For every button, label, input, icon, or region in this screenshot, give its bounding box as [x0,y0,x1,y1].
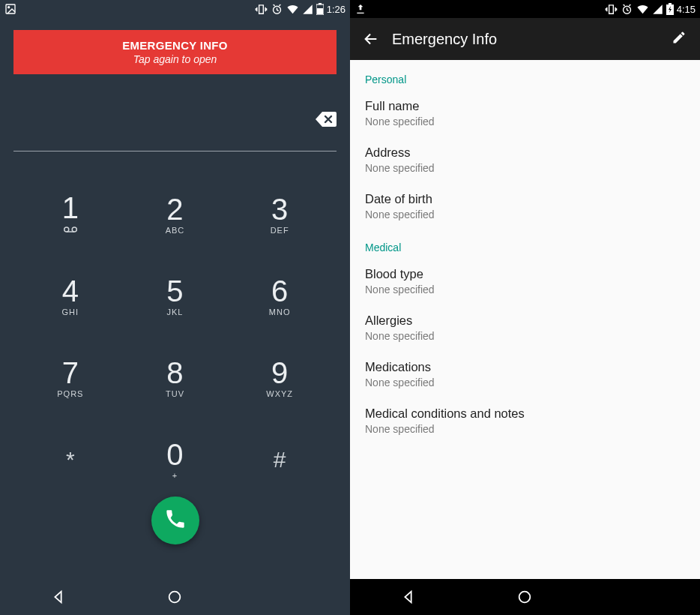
dialpad-digit: 1 [62,193,79,223]
setting-row[interactable]: AddressNone specified [350,138,700,184]
dialpad-digit: 6 [271,276,288,306]
emergency-info-screen: 4:15 Emergency Info PersonalFull nameNon… [350,0,700,615]
signal-icon [302,4,313,15]
settings-list[interactable]: PersonalFull nameNone specifiedAddressNo… [350,60,700,579]
setting-row[interactable]: Date of birthNone specified [350,184,700,231]
dialpad-digit: 7 [62,358,79,388]
svg-point-7 [72,227,76,232]
setting-row[interactable]: MedicationsNone specified [350,352,700,399]
backspace-icon[interactable] [316,112,337,127]
svg-point-8 [169,592,181,603]
navigation-bar [350,579,700,615]
dialpad-letters: JKL [167,308,184,316]
dialpad-letters: TUV [166,389,184,398]
dialpad-key-8[interactable]: 8TUV [123,340,228,415]
setting-value: None specified [365,116,685,128]
dialpad-digit: 3 [271,194,288,224]
alarm-icon [271,3,283,16]
section-header-personal: Personal [350,63,700,92]
svg-point-6 [64,227,69,232]
vibrate-icon [605,3,618,16]
banner-title: EMERGENCY INFO [13,39,337,52]
back-nav-button[interactable] [42,580,75,614]
dialpad-key-1[interactable]: 1 [18,177,123,251]
dialer-screen: 1:26 EMERGENCY INFO Tap again to open 12… [0,0,350,615]
dial-input-area [13,104,337,152]
picture-icon [4,3,16,15]
setting-label: Date of birth [365,192,685,206]
setting-value: None specified [365,284,685,296]
upload-icon [354,3,366,15]
setting-label: Allergies [365,314,685,328]
svg-rect-0 [6,4,15,14]
svg-point-1 [8,7,10,8]
dialpad-letters: MNO [269,308,291,316]
emergency-info-banner[interactable]: EMERGENCY INFO Tap again to open [13,30,337,74]
setting-value: None specified [365,208,685,220]
dialpad: 12ABC3DEF4GHI5JKL6MNO7PQRS8TUV9WXYZ*0+# [0,152,350,496]
dialpad-digit: 8 [166,358,183,388]
dialpad-key-5[interactable]: 5JKL [123,259,228,333]
clock-text: 4:15 [677,4,696,15]
dialpad-symbol: * [66,447,75,472]
signal-icon [652,4,663,15]
home-nav-button[interactable] [158,580,191,614]
setting-value: None specified [365,330,685,342]
dialpad-digit: 4 [62,276,79,306]
setting-row[interactable]: AllergiesNone specified [350,306,700,352]
setting-value: None specified [365,376,685,388]
setting-label: Address [365,146,685,160]
banner-subtitle: Tap again to open [13,53,337,65]
dialpad-letters: WXYZ [266,389,293,398]
setting-value: None specified [365,423,685,435]
dialpad-key-6[interactable]: 6MNO [227,259,332,333]
battery-icon [316,3,324,15]
dialpad-letters: ABC [166,226,185,235]
status-bar: 1:26 [0,0,350,18]
app-bar-title: Emergency Info [392,31,667,48]
dialpad-key-hash[interactable]: # [227,422,332,496]
setting-row[interactable]: Medical conditions and notesNone specifi… [350,399,700,446]
edit-button[interactable] [667,27,691,51]
dialpad-letters: GHI [62,308,79,316]
setting-label: Full name [365,99,685,113]
dialpad-letters: + [172,471,178,480]
dialpad-key-3[interactable]: 3DEF [227,177,332,251]
svg-point-13 [519,592,531,603]
dialpad-key-0[interactable]: 0+ [123,422,228,496]
setting-label: Blood type [365,267,685,281]
setting-label: Medical conditions and notes [365,406,685,421]
back-button[interactable] [359,27,383,51]
dialpad-key-4[interactable]: 4GHI [18,259,123,333]
dialpad-digit: 5 [166,276,183,306]
clock-text: 1:26 [327,4,346,15]
dialpad-digit: 9 [271,358,288,388]
svg-rect-5 [317,8,323,14]
app-bar: Emergency Info [350,18,700,60]
setting-label: Medications [365,360,685,374]
vibrate-icon [255,3,268,16]
status-bar: 4:15 [350,0,700,18]
home-nav-button[interactable] [508,580,541,614]
alarm-icon [621,3,633,16]
dialpad-key-star[interactable]: * [18,422,123,496]
dialpad-letters: PQRS [57,389,83,398]
dialpad-key-2[interactable]: 2ABC [123,177,228,251]
wifi-icon [286,3,299,16]
navigation-bar [0,579,350,615]
call-button[interactable] [151,496,199,544]
setting-row[interactable]: Full nameNone specified [350,92,700,138]
phone-icon [165,508,186,532]
setting-row[interactable]: Blood typeNone specified [350,260,700,306]
back-nav-button[interactable] [392,580,425,614]
dialpad-symbol: # [274,447,286,472]
wifi-icon [636,3,649,16]
pencil-icon [672,30,687,48]
dialpad-key-9[interactable]: 9WXYZ [227,340,332,415]
dialpad-digit: 0 [166,440,183,470]
dialpad-digit: 2 [166,194,183,224]
setting-value: None specified [365,162,685,174]
dialpad-key-7[interactable]: 7PQRS [18,340,123,415]
dialpad-letters: DEF [271,226,289,235]
voicemail-icon [64,223,77,236]
